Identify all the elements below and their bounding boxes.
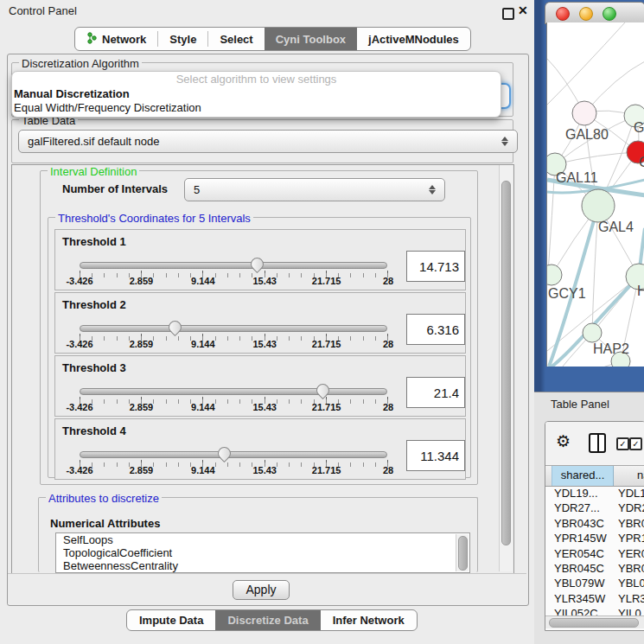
- tab-impute-data[interactable]: Impute Data: [127, 610, 215, 630]
- table-horizontal-scrollbar[interactable]: [545, 615, 644, 628]
- scrollbar-thumb[interactable]: [549, 618, 639, 628]
- minimize-traffic-light[interactable]: [579, 7, 593, 21]
- threshold-3-value-field[interactable]: [406, 377, 465, 408]
- tab-infer-network[interactable]: Infer Network: [321, 610, 417, 630]
- table-header-row: shared... na: [545, 465, 644, 487]
- table-row[interactable]: YER054CYER0: [545, 546, 644, 561]
- table-rows: YDL19...YDL1 YDR27...YDR2 YBR043CYBR0 YP…: [545, 486, 644, 622]
- table-panel-title: Table Panel: [551, 398, 609, 411]
- dropdown-option-manual-discretization[interactable]: Manual Discretization: [12, 87, 501, 101]
- threshold-4-slider[interactable]: [80, 449, 387, 461]
- slider-track[interactable]: [80, 388, 387, 395]
- table-row[interactable]: YDR27...YDR2: [545, 501, 644, 515]
- node-label: H: [637, 284, 644, 298]
- group-title: Threshold's Coordinates for 5 Intervals: [55, 212, 253, 225]
- table-row[interactable]: YDL19...YDL1: [545, 486, 644, 501]
- threshold-1-value-field[interactable]: [406, 251, 465, 282]
- control-panel-tabbar: Network Style Select Cyni Toolbox jActiv…: [74, 27, 471, 51]
- threshold-label: Threshold 4: [62, 424, 126, 437]
- dropdown-placeholder: Select algorithm to view settings: [12, 72, 501, 87]
- tab-style[interactable]: Style: [158, 28, 207, 50]
- list-item[interactable]: SelfLoops: [56, 533, 469, 546]
- checkbox-icon[interactable]: ✓: [616, 437, 629, 450]
- settings-scrollbar[interactable]: [499, 165, 513, 571]
- table-toolbar: ⚙ ✓ ✓: [545, 422, 644, 465]
- slider-tick-labels: -3.426 2.859 9.144 15.43 21.715 28: [80, 465, 388, 475]
- threshold-label: Threshold 2: [62, 298, 126, 311]
- split-columns-icon[interactable]: [589, 433, 606, 453]
- tab-network[interactable]: Network: [75, 28, 157, 50]
- node-label: HAP2: [593, 341, 629, 356]
- threshold-2-panel: Threshold 2 -3.426 2.859 9.144 15.43 21.…: [54, 292, 466, 354]
- zoom-traffic-light[interactable]: [603, 7, 616, 21]
- column-header-name[interactable]: na: [613, 466, 644, 486]
- table-row[interactable]: YBR045CYBR0: [545, 561, 644, 576]
- float-window-icon[interactable]: [502, 8, 514, 20]
- combo-value: galFiltered.sif default node: [28, 135, 159, 148]
- dropdown-option-equal-width-frequency[interactable]: Equal Width/Frequency Discretization: [12, 101, 501, 115]
- window-title: Control Panel: [9, 4, 77, 17]
- group-title: Discretization Algorithm: [19, 57, 142, 70]
- threshold-4-panel: Threshold 4 -3.426 2.859 9.144 15.43 21.…: [54, 418, 466, 480]
- group-title: Attributes to discretize: [46, 492, 162, 505]
- number-of-intervals-combobox[interactable]: 5: [184, 178, 445, 201]
- gear-icon[interactable]: ⚙: [556, 431, 571, 450]
- node-label: GAL80: [565, 127, 609, 142]
- group-title: Interval Definition: [48, 165, 139, 178]
- node-gcy1[interactable]: [547, 265, 562, 285]
- network-window-titlebar: [545, 2, 644, 24]
- slider-track[interactable]: [80, 325, 387, 332]
- spinner-icon: [429, 185, 436, 194]
- node-label: C: [639, 155, 644, 169]
- tab-label: Network: [102, 33, 146, 46]
- threshold-3-panel: Threshold 3 -3.426 2.859 9.144 15.43 21.…: [54, 355, 466, 417]
- combo-value: 5: [194, 183, 200, 196]
- table-row[interactable]: YBR043CYBR0: [545, 516, 644, 531]
- threshold-4-value-field[interactable]: [406, 440, 465, 471]
- slider-track[interactable]: [80, 451, 387, 458]
- network-icon: [86, 32, 98, 47]
- table-data-combobox[interactable]: galFiltered.sif default node: [18, 130, 518, 153]
- threshold-2-value-field[interactable]: [406, 314, 465, 345]
- scrollbar-thumb[interactable]: [501, 181, 511, 545]
- tab-jactivemnodules[interactable]: jActiveMNodules: [357, 28, 470, 50]
- node-gal4[interactable]: [582, 189, 615, 222]
- close-traffic-light[interactable]: [556, 7, 570, 21]
- algorithm-dropdown-popup: Select algorithm to view settings Manual…: [11, 71, 501, 118]
- tab-select[interactable]: Select: [208, 28, 264, 50]
- node-label: GCY1: [548, 286, 586, 301]
- list-scrollbar[interactable]: [456, 534, 469, 571]
- slider-tick-labels: -3.426 2.859 9.144 15.43 21.715 28: [80, 276, 388, 286]
- node-gal80[interactable]: [572, 101, 596, 125]
- checkbox-icon[interactable]: ✓: [629, 437, 642, 450]
- thresholds-group: Threshold's Coordinates for 5 Intervals …: [48, 217, 471, 478]
- slider-tick-labels: -3.426 2.859 9.144 15.43 21.715 28: [80, 339, 388, 349]
- list-item[interactable]: BetweennessCentrality: [56, 559, 469, 572]
- node-label: GAL11: [556, 170, 598, 185]
- threshold-1-slider[interactable]: [80, 259, 387, 271]
- table-window: ⚙ ✓ ✓ shared... na YDL19...YDL1 YDR27...…: [545, 421, 644, 631]
- cyni-bottom-tabbar: Impute Data Discretize Data Infer Networ…: [126, 609, 418, 631]
- column-header-shared-name[interactable]: shared...: [552, 466, 614, 486]
- numerical-attributes-list[interactable]: SelfLoops TopologicalCoefficient Between…: [55, 532, 470, 573]
- network-canvas[interactable]: GAL80 GA C GAL11 GAL4 GCY1 H HAP2: [546, 22, 644, 367]
- tab-discretize-data[interactable]: Discretize Data: [215, 610, 320, 630]
- tab-cyni-toolbox[interactable]: Cyni Toolbox: [265, 28, 357, 50]
- close-icon[interactable]: ✕: [518, 3, 528, 17]
- table-row[interactable]: YLR345WYLR3: [545, 591, 644, 606]
- spinner-icon: [501, 137, 508, 146]
- table-row[interactable]: YBL079WYBL0: [545, 576, 644, 590]
- table-row[interactable]: YPR145WYPR1: [545, 531, 644, 545]
- slider-tick-labels: -3.426 2.859 9.144 15.43 21.715 28: [80, 402, 388, 412]
- apply-button[interactable]: Apply: [233, 580, 290, 600]
- number-of-intervals-label: Number of Intervals: [62, 182, 168, 195]
- threshold-label: Threshold 1: [62, 235, 126, 248]
- list-item[interactable]: TopologicalCoefficient: [56, 546, 469, 559]
- control-panel-window: Control Panel ✕ Network Style Select Cyn…: [0, 0, 534, 644]
- threshold-2-slider[interactable]: [80, 322, 387, 335]
- numerical-attributes-label: Numerical Attributes: [50, 517, 160, 530]
- slider-track[interactable]: [80, 262, 387, 269]
- threshold-3-slider[interactable]: [80, 386, 387, 398]
- node-label: GAL4: [598, 220, 634, 234]
- node-hap2[interactable]: [583, 323, 602, 342]
